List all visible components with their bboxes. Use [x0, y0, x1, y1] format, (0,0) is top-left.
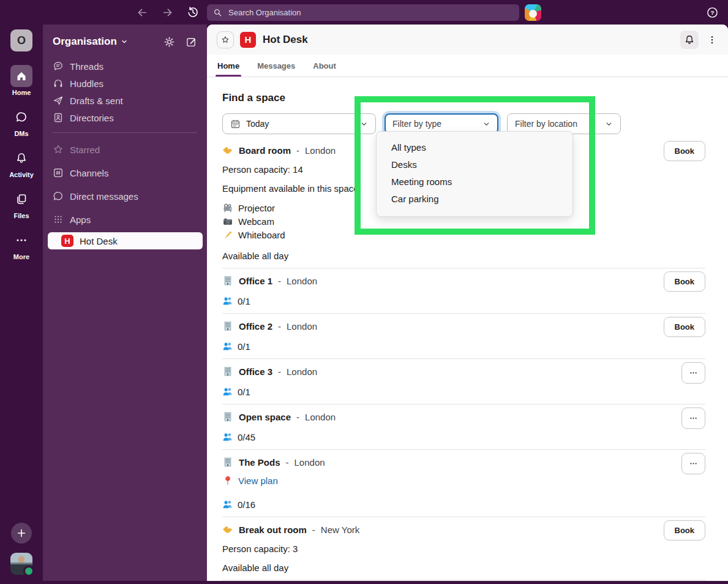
tab-about[interactable]: About: [312, 55, 337, 77]
history-controls: [0, 6, 207, 18]
compose-icon[interactable]: [186, 36, 197, 48]
hot-desk-app-icon: H: [61, 235, 73, 247]
main-panel: H Hot Desk HomeMessagesAbout Find a spac…: [207, 25, 728, 581]
workspace-rail: O HomeDMsActivityFilesMore: [0, 25, 43, 581]
people-icon: [222, 386, 233, 397]
page-title: Hot Desk: [263, 34, 308, 46]
rail-item-home[interactable]: Home: [10, 65, 32, 96]
calendar-icon: [230, 119, 241, 129]
space-row-office-3: Office 3-London0/1: [222, 359, 705, 404]
space-row-the-pods: The Pods-LondonView plan0/16: [222, 450, 705, 517]
more-icon: [10, 229, 32, 251]
date-filter-select[interactable]: Today: [222, 113, 376, 134]
book-button[interactable]: Book: [664, 141, 706, 161]
workspace-menu[interactable]: Organisation: [53, 36, 128, 48]
equipment-item: Webcam: [222, 215, 705, 229]
rail-item-files[interactable]: Files: [10, 188, 32, 219]
space-row-office-1: Office 1-London0/1Book: [222, 268, 705, 314]
sidebar-item-starred[interactable]: Starred: [43, 138, 207, 161]
search-icon: [213, 8, 222, 17]
gear-icon[interactable]: [163, 36, 175, 48]
sidebar-item-directories[interactable]: Directories: [43, 109, 207, 126]
space-title: Office 2-London: [222, 320, 705, 332]
space-location: London: [287, 321, 317, 332]
sidebar-item-label: Drafts & sent: [70, 96, 123, 106]
rail-item-label: More: [13, 253, 29, 260]
workspace-title: Organisation: [53, 36, 117, 48]
occupancy-count: 0/1: [238, 296, 250, 306]
rail-item-dms[interactable]: DMs: [10, 106, 32, 137]
kebab-menu-icon[interactable]: [706, 31, 718, 49]
space-separator: -: [296, 145, 299, 156]
create-new-button[interactable]: [11, 523, 32, 544]
space-title: The Pods-London: [222, 457, 705, 468]
location-filter-value: Filter by location: [515, 119, 577, 129]
star-button[interactable]: [217, 31, 234, 48]
search-input[interactable]: [227, 7, 513, 18]
space-occupancy: 0/16: [222, 499, 705, 510]
space-name: Break out room: [239, 525, 307, 535]
presence-indicator: [23, 566, 34, 577]
home-tab-content: Find a space Today Filter by type: [207, 77, 728, 581]
rail-item-label: DMs: [14, 130, 28, 137]
occupancy-count: 0/16: [238, 499, 255, 510]
space-row-break-out-room: Break out room-New YorkPerson capacity: …: [222, 517, 705, 580]
more-options-button[interactable]: [681, 453, 705, 474]
notifications-bell-icon[interactable]: [680, 31, 699, 49]
equipment-item-label: Webcam: [238, 215, 274, 229]
view-plan-label: View plan: [238, 476, 278, 486]
dropdown-option-all-types[interactable]: All types: [377, 139, 572, 156]
tab-messages[interactable]: Messages: [257, 55, 296, 77]
user-avatar[interactable]: [10, 553, 32, 575]
more-options-button[interactable]: [681, 408, 705, 429]
sidebar-item-huddles[interactable]: Huddles: [43, 75, 207, 92]
space-title: Office 3-London: [222, 366, 705, 377]
forward-arrow-icon[interactable]: [162, 7, 173, 18]
rail-item-more[interactable]: More: [10, 229, 32, 260]
sidebar-item-channels[interactable]: Channels: [43, 161, 207, 184]
sidebar-item-drafts-sent[interactable]: Drafts & sent: [43, 92, 207, 109]
topbar-avatar[interactable]: [525, 4, 541, 21]
help-icon[interactable]: ?: [707, 7, 718, 18]
equipment-item: Whiteboard: [222, 229, 705, 242]
space-row-focus-room-1: Focus room 1-New YorkBook: [222, 580, 705, 581]
space-availability: Available all day: [222, 251, 705, 261]
dm-icon: [53, 191, 64, 202]
sidebar-item-apps[interactable]: Apps: [43, 208, 207, 231]
space-location: London: [287, 366, 317, 377]
rail-item-activity[interactable]: Activity: [9, 147, 34, 178]
space-name: Open space: [239, 412, 291, 422]
sidebar-item-threads[interactable]: Threads: [43, 58, 207, 75]
space-availability: Available all day: [222, 563, 705, 573]
space-occupancy: 0/1: [222, 386, 705, 397]
occupancy-count: 0/45: [238, 432, 255, 442]
view-plan-link[interactable]: View plan: [222, 475, 705, 486]
occupancy-count: 0/1: [238, 387, 250, 397]
dropdown-option-car-parking[interactable]: Car parking: [377, 191, 572, 208]
sidebar-item-label: Starred: [70, 145, 100, 155]
history-icon[interactable]: [187, 6, 199, 18]
chevron-down-icon: [605, 120, 613, 128]
book-button[interactable]: Book: [664, 271, 706, 292]
more-options-button[interactable]: [681, 362, 705, 384]
activity-icon: [10, 147, 32, 169]
sidebar-item-label: Directories: [70, 113, 114, 123]
people-icon: [222, 431, 233, 442]
chevron-down-icon: [121, 38, 128, 45]
files-icon: [10, 188, 32, 210]
building-icon: [222, 411, 233, 422]
building-icon: [222, 366, 233, 377]
dms-icon: [10, 106, 32, 128]
back-arrow-icon[interactable]: [137, 7, 148, 18]
dropdown-option-meeting-rooms[interactable]: Meeting rooms: [377, 173, 572, 191]
book-button[interactable]: Book: [664, 317, 706, 337]
book-button[interactable]: Book: [664, 520, 706, 540]
header-actions: [680, 31, 718, 49]
sidebar-item-hot-desk[interactable]: H Hot Desk: [48, 232, 203, 249]
workspace-switcher[interactable]: O: [10, 29, 32, 51]
tab-home[interactable]: Home: [217, 55, 240, 77]
rail-item-label: Home: [12, 89, 31, 96]
search-bar[interactable]: [207, 4, 519, 21]
dropdown-option-desks[interactable]: Desks: [377, 156, 572, 173]
sidebar-item-direct-messages[interactable]: Direct messages: [43, 184, 207, 208]
